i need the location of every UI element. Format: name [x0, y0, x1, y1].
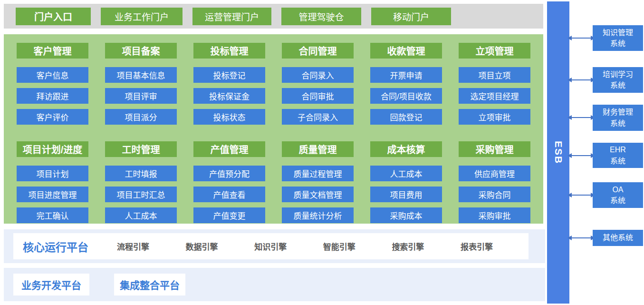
group-header: 客户管理: [17, 43, 88, 59]
module-item: 选定项目经理: [459, 88, 530, 104]
group-header: 质量管理: [282, 141, 354, 157]
group-header: 成本核算: [370, 141, 442, 157]
module-item: 项目费用: [370, 187, 442, 202]
group-quality-mgmt: 质量管理 质量过程管理 质量文档管理 质量统计分析: [282, 141, 354, 228]
module-item: 完工确认: [17, 207, 88, 223]
module-item: 投标登记: [193, 67, 265, 83]
portal-mgmt-cockpit: 管理驾驶仓: [281, 8, 361, 25]
portal-band: 门户入口 业务工作门户 运营管理门户 管理驾驶仓 移动门户: [4, 4, 543, 29]
group-contract-mgmt: 合同管理 合同录入 合同审批 子合同录入: [282, 43, 354, 130]
module-item: 产值查看: [193, 187, 265, 202]
external-training-system: 培训学习 系统: [593, 67, 643, 93]
module-item: 客户评价: [17, 109, 88, 125]
engine-data: 数据引擎: [186, 240, 218, 252]
external-oa-system: OA 系统: [593, 182, 643, 208]
esb-arrow-ehr: [572, 155, 591, 156]
external-finance-system: 财务管理 系统: [593, 105, 643, 131]
external-other-systems: 其他系统: [593, 230, 643, 246]
group-collection-mgmt: 收款管理 开票申请 合同/项目收款 回款登记: [370, 43, 442, 130]
portal-entry-label: 门户入口: [16, 8, 91, 25]
module-item: 项目立项: [459, 67, 530, 83]
engine-knowledge: 知识引擎: [254, 240, 287, 252]
group-project-filing: 项目备案 项目基本信息 项目评审 项目派分: [105, 43, 177, 130]
esb-arrow-knowledge: [572, 38, 591, 39]
integration-platform: 集成整合平台: [114, 274, 185, 295]
group-output-value-mgmt: 产值管理 产值预分配 产值查看 产值变更: [193, 141, 265, 228]
module-item: 采购合同: [459, 187, 530, 202]
group-plan-progress: 项目计划/进度 项目计划 项目进度管理 完工确认: [17, 141, 88, 228]
module-item: 子合同录入: [282, 109, 354, 125]
module-item: 开票申请: [370, 67, 442, 83]
group-cost-accounting: 成本核算 人工成本 项目费用 采购成本: [370, 141, 442, 228]
module-row-1: 客户管理 客户信息 拜访跟进 客户评价 项目备案 项目基本信息 项目评审 项目派…: [17, 43, 530, 130]
core-platform-band: 核心运行平台 流程引擎 数据引擎 知识引擎 智能引擎 搜索引擎 报表引擎: [4, 229, 545, 263]
module-item: 投标保证金: [193, 88, 265, 104]
engine-workflow: 流程引擎: [117, 240, 149, 252]
core-platform-inner: 核心运行平台 流程引擎 数据引擎 知识引擎 智能引擎 搜索引擎 报表引擎: [13, 233, 529, 259]
esb-arrow-other: [572, 237, 591, 238]
group-header: 合同管理: [282, 43, 354, 59]
module-item: 质量统计分析: [282, 207, 354, 223]
module-item: 合同审批: [282, 88, 354, 104]
group-header: 采购管理: [459, 141, 530, 157]
group-header: 投标管理: [193, 43, 265, 59]
module-item: 质量文档管理: [282, 187, 354, 202]
group-header: 工时管理: [105, 141, 177, 157]
engine-report: 报表引擎: [461, 240, 493, 252]
module-item: 采购审批: [459, 207, 530, 223]
engine-list: 流程引擎 数据引擎 知识引擎 智能引擎 搜索引擎 报表引擎: [103, 240, 519, 252]
external-ehr-system: EHR 系统: [593, 143, 643, 168]
module-item: 工时填报: [105, 166, 177, 181]
module-item: 供应商管理: [459, 166, 530, 181]
esb-arrow-oa: [572, 195, 591, 196]
group-header: 项目计划/进度: [17, 141, 88, 157]
module-item: 采购成本: [370, 207, 442, 223]
group-customer-mgmt: 客户管理 客户信息 拜访跟进 客户评价: [17, 43, 88, 130]
module-item: 项目派分: [105, 109, 177, 125]
module-item: 投标状态: [193, 109, 265, 125]
group-header: 产值管理: [193, 141, 265, 157]
module-item: 拜访跟进: [17, 88, 88, 104]
module-item: 项目计划: [17, 166, 88, 181]
module-item: 合同/项目收款: [370, 88, 442, 104]
business-dev-platform: 业务开发平台: [13, 274, 89, 295]
group-timesheet-mgmt: 工时管理 工时填报 项目工时汇总 人工成本: [105, 141, 177, 228]
core-platform-title: 核心运行平台: [23, 238, 88, 255]
module-item: 产值预分配: [193, 166, 265, 181]
group-header: 立项管理: [459, 43, 530, 59]
module-item: 项目评审: [105, 88, 177, 104]
group-procurement-mgmt: 采购管理 供应商管理 采购合同 采购审批: [459, 141, 530, 228]
module-row-2: 项目计划/进度 项目计划 项目进度管理 完工确认 工时管理 工时填报 项目工时汇…: [17, 141, 530, 228]
module-item: 项目工时汇总: [105, 187, 177, 202]
esb-arrow-training: [572, 79, 591, 80]
dev-platform-band: 业务开发平台 集成整合平台: [4, 268, 545, 301]
esb-arrow-finance: [572, 117, 591, 118]
engine-search: 搜索引擎: [392, 240, 424, 252]
module-panel: 客户管理 客户信息 拜访跟进 客户评价 项目备案 项目基本信息 项目评审 项目派…: [4, 34, 543, 224]
module-item: 项目基本信息: [105, 67, 177, 83]
group-bidding-mgmt: 投标管理 投标登记 投标保证金 投标状态: [193, 43, 265, 130]
module-item: 人工成本: [370, 166, 442, 181]
module-item: 人工成本: [105, 207, 177, 223]
esb-bar: ESB: [547, 1, 569, 304]
group-header: 收款管理: [370, 43, 442, 59]
module-item: 立项审批: [459, 109, 530, 125]
portal-mobile: 移动门户: [371, 8, 451, 25]
module-item: 回款登记: [370, 109, 442, 125]
portal-business-work: 业务工作门户: [101, 8, 183, 25]
engine-intelligence: 智能引擎: [323, 240, 356, 252]
module-item: 客户信息: [17, 67, 88, 83]
portal-operations-mgmt: 运营管理门户: [192, 8, 271, 25]
architecture-diagram: 门户入口 业务工作门户 运营管理门户 管理驾驶仓 移动门户 客户管理 客户信息 …: [0, 0, 644, 305]
group-header: 项目备案: [105, 43, 177, 59]
external-knowledge-mgmt-system: 知识管理 系统: [593, 25, 643, 51]
group-initiation-mgmt: 立项管理 项目立项 选定项目经理 立项审批: [459, 43, 530, 130]
module-item: 产值变更: [193, 207, 265, 223]
module-item: 合同录入: [282, 67, 354, 83]
module-item: 质量过程管理: [282, 166, 354, 181]
module-item: 项目进度管理: [17, 187, 88, 202]
